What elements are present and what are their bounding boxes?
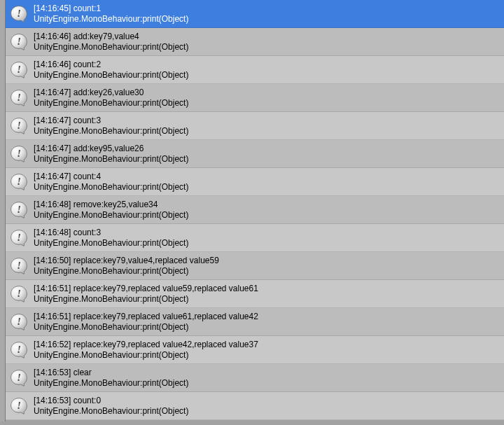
info-icon: ! bbox=[10, 89, 28, 107]
log-text: [14:16:51] replace:key79,replaced value5… bbox=[34, 284, 258, 305]
log-type-icon: ! bbox=[10, 89, 28, 107]
log-message-line: [14:16:45] count:1 bbox=[34, 4, 188, 14]
svg-text:!: ! bbox=[17, 92, 21, 103]
log-source-line: UnityEngine.MonoBehaviour:print(Object) bbox=[34, 322, 258, 333]
info-icon: ! bbox=[10, 201, 28, 219]
svg-text:!: ! bbox=[17, 232, 21, 243]
info-icon: ! bbox=[10, 369, 28, 387]
info-icon: ! bbox=[10, 397, 28, 415]
info-icon: ! bbox=[10, 313, 28, 331]
console-log-entry[interactable]: ! [14:16:50] replace:key79,value4,replac… bbox=[6, 252, 504, 280]
log-text: [14:16:46] add:key79,value4UnityEngine.M… bbox=[34, 32, 188, 53]
log-source-line: UnityEngine.MonoBehaviour:print(Object) bbox=[34, 294, 258, 305]
console-log-entry[interactable]: ! [14:16:46] add:key79,value4UnityEngine… bbox=[6, 28, 504, 56]
console-log-entry[interactable]: ! [14:16:45] count:1UnityEngine.MonoBeha… bbox=[6, 0, 504, 28]
log-text: [14:16:47] add:key95,value26UnityEngine.… bbox=[34, 144, 188, 165]
svg-text:!: ! bbox=[17, 176, 21, 187]
log-source-line: UnityEngine.MonoBehaviour:print(Object) bbox=[34, 406, 188, 417]
log-text: [14:16:50] replace:key79,value4,replaced… bbox=[34, 256, 219, 277]
log-source-line: UnityEngine.MonoBehaviour:print(Object) bbox=[34, 182, 188, 193]
log-source-line: UnityEngine.MonoBehaviour:print(Object) bbox=[34, 14, 188, 25]
log-text: [14:16:47] add:key26,value30UnityEngine.… bbox=[34, 88, 188, 109]
svg-text:!: ! bbox=[17, 8, 21, 19]
log-message-line: [14:16:48] remove:key25,value34 bbox=[34, 200, 188, 210]
log-message-line: [14:16:51] replace:key79,replaced value5… bbox=[34, 284, 258, 294]
log-type-icon: ! bbox=[10, 257, 28, 275]
log-message-line: [14:16:47] count:3 bbox=[34, 116, 188, 126]
log-text: [14:16:48] count:3UnityEngine.MonoBehavi… bbox=[34, 228, 188, 249]
console-log-entry[interactable]: ! [14:16:47] add:key26,value30UnityEngin… bbox=[6, 84, 504, 112]
console-log-entry[interactable]: ! [14:16:53] count:0UnityEngine.MonoBeha… bbox=[6, 392, 504, 420]
log-type-icon: ! bbox=[10, 145, 28, 163]
log-source-line: UnityEngine.MonoBehaviour:print(Object) bbox=[34, 238, 188, 249]
log-message-line: [14:16:52] replace:key79,replaced value4… bbox=[34, 340, 258, 350]
svg-text:!: ! bbox=[17, 148, 21, 159]
console-log-entry[interactable]: ! [14:16:46] count:2UnityEngine.MonoBeha… bbox=[6, 56, 504, 84]
log-type-icon: ! bbox=[10, 33, 28, 51]
log-message-line: [14:16:51] replace:key79,replaced value6… bbox=[34, 312, 258, 322]
log-message-line: [14:16:46] count:2 bbox=[34, 60, 188, 70]
info-icon: ! bbox=[10, 33, 28, 51]
console-log-entry[interactable]: ! [14:16:51] replace:key79,replaced valu… bbox=[6, 280, 504, 308]
log-message-line: [14:16:47] add:key95,value26 bbox=[34, 144, 188, 154]
log-text: [14:16:46] count:2UnityEngine.MonoBehavi… bbox=[34, 60, 188, 81]
log-type-icon: ! bbox=[10, 173, 28, 191]
svg-text:!: ! bbox=[17, 204, 21, 215]
log-type-icon: ! bbox=[10, 313, 28, 331]
log-message-line: [14:16:53] clear bbox=[34, 368, 188, 378]
info-icon: ! bbox=[10, 285, 28, 303]
log-text: [14:16:53] count:0UnityEngine.MonoBehavi… bbox=[34, 396, 188, 417]
svg-text:!: ! bbox=[17, 36, 21, 47]
log-source-line: UnityEngine.MonoBehaviour:print(Object) bbox=[34, 210, 188, 221]
log-message-line: [14:16:47] count:4 bbox=[34, 172, 188, 182]
info-icon: ! bbox=[10, 257, 28, 275]
info-icon: ! bbox=[10, 173, 28, 191]
svg-text:!: ! bbox=[17, 260, 21, 271]
log-text: [14:16:52] replace:key79,replaced value4… bbox=[34, 340, 258, 361]
svg-text:!: ! bbox=[17, 344, 21, 355]
console-log-entry[interactable]: ! [14:16:47] count:4UnityEngine.MonoBeha… bbox=[6, 168, 504, 196]
log-message-line: [14:16:46] add:key79,value4 bbox=[34, 32, 188, 42]
log-text: [14:16:47] count:3UnityEngine.MonoBehavi… bbox=[34, 116, 188, 137]
log-text: [14:16:53] clearUnityEngine.MonoBehaviou… bbox=[34, 368, 188, 389]
svg-text:!: ! bbox=[17, 288, 21, 299]
log-type-icon: ! bbox=[10, 5, 28, 23]
left-gutter bbox=[0, 0, 6, 425]
console-log-entry[interactable]: ! [14:16:47] count:3UnityEngine.MonoBeha… bbox=[6, 112, 504, 140]
info-icon: ! bbox=[10, 229, 28, 247]
log-type-icon: ! bbox=[10, 61, 28, 79]
log-source-line: UnityEngine.MonoBehaviour:print(Object) bbox=[34, 98, 188, 109]
log-source-line: UnityEngine.MonoBehaviour:print(Object) bbox=[34, 70, 188, 81]
svg-text:!: ! bbox=[17, 400, 21, 411]
log-type-icon: ! bbox=[10, 397, 28, 415]
console-log-entry[interactable]: ! [14:16:52] replace:key79,replaced valu… bbox=[6, 336, 504, 364]
log-source-line: UnityEngine.MonoBehaviour:print(Object) bbox=[34, 350, 258, 361]
svg-text:!: ! bbox=[17, 316, 21, 327]
info-icon: ! bbox=[10, 117, 28, 135]
log-type-icon: ! bbox=[10, 201, 28, 219]
info-icon: ! bbox=[10, 61, 28, 79]
log-type-icon: ! bbox=[10, 285, 28, 303]
log-text: [14:16:45] count:1UnityEngine.MonoBehavi… bbox=[34, 4, 188, 25]
log-type-icon: ! bbox=[10, 341, 28, 359]
console-log-list: ! [14:16:45] count:1UnityEngine.MonoBeha… bbox=[6, 0, 504, 425]
log-text: [14:16:48] remove:key25,value34UnityEngi… bbox=[34, 200, 188, 221]
console-log-entry[interactable]: ! [14:16:53] clearUnityEngine.MonoBehavi… bbox=[6, 364, 504, 392]
console-log-entry[interactable]: ! [14:16:48] count:3UnityEngine.MonoBeha… bbox=[6, 224, 504, 252]
svg-text:!: ! bbox=[17, 64, 21, 75]
svg-text:!: ! bbox=[17, 372, 21, 383]
console-log-entry[interactable]: ! [14:16:47] add:key95,value26UnityEngin… bbox=[6, 140, 504, 168]
log-type-icon: ! bbox=[10, 117, 28, 135]
log-text: [14:16:47] count:4UnityEngine.MonoBehavi… bbox=[34, 172, 188, 193]
log-message-line: [14:16:50] replace:key79,value4,replaced… bbox=[34, 256, 219, 266]
log-source-line: UnityEngine.MonoBehaviour:print(Object) bbox=[34, 154, 188, 165]
log-source-line: UnityEngine.MonoBehaviour:print(Object) bbox=[34, 42, 188, 53]
log-source-line: UnityEngine.MonoBehaviour:print(Object) bbox=[34, 126, 188, 137]
log-message-line: [14:16:53] count:0 bbox=[34, 396, 188, 406]
console-log-entry[interactable]: ! [14:16:48] remove:key25,value34UnityEn… bbox=[6, 196, 504, 224]
info-icon: ! bbox=[10, 145, 28, 163]
console-log-entry[interactable]: ! [14:16:51] replace:key79,replaced valu… bbox=[6, 308, 504, 336]
info-icon: ! bbox=[10, 5, 28, 23]
log-type-icon: ! bbox=[10, 369, 28, 387]
log-message-line: [14:16:47] add:key26,value30 bbox=[34, 88, 188, 98]
